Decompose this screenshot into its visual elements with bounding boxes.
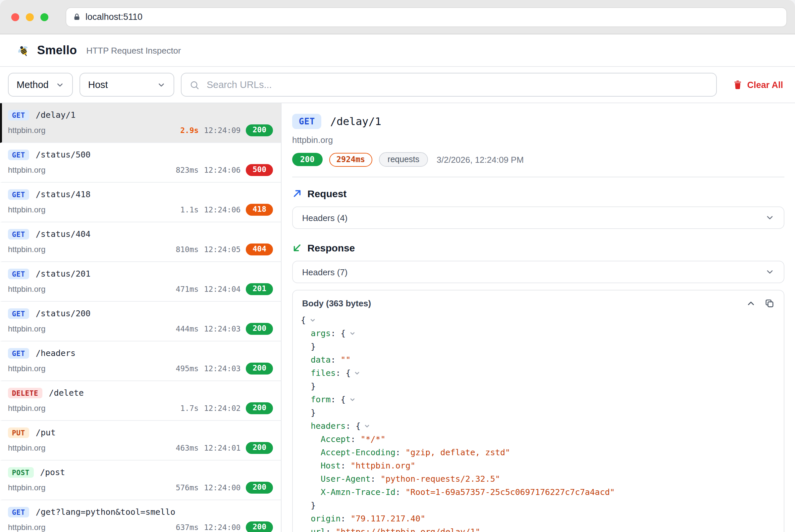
request-list-item[interactable]: GET /get?lang=python&tool=smello httpbin… xyxy=(0,500,281,532)
request-time: 12:24:06 xyxy=(204,166,241,175)
request-time: 12:24:05 xyxy=(204,245,241,254)
status-badge: 404 xyxy=(246,244,273,255)
status-badge: 200 xyxy=(246,442,273,454)
minimize-window-button[interactable] xyxy=(26,13,34,21)
request-duration: 810ms xyxy=(176,245,198,254)
request-path: /status/404 xyxy=(36,229,91,239)
json-string-value: "*/*" xyxy=(360,434,385,444)
json-line: } xyxy=(301,380,775,393)
method-badge: GET xyxy=(8,348,29,358)
request-list-item[interactable]: PUT /put httpbin.org 463ms 12:24:01 200 xyxy=(0,421,281,460)
json-punctuation: : { xyxy=(330,394,345,404)
status-badge: 418 xyxy=(246,204,273,216)
browser-chrome: localhost:5110 xyxy=(0,0,795,34)
json-punctuation: : xyxy=(341,513,350,524)
method-badge: DELETE xyxy=(8,387,42,398)
request-list-item[interactable]: POST /post httpbin.org 576ms 12:24:00 20… xyxy=(0,460,281,500)
request-path: /status/200 xyxy=(36,308,91,318)
request-duration: 823ms xyxy=(176,166,198,175)
request-list-item[interactable]: GET /status/500 httpbin.org 823ms 12:24:… xyxy=(0,143,281,183)
request-path: /delay/1 xyxy=(36,110,75,120)
collapse-node-icon[interactable] xyxy=(349,396,356,403)
detail-duration-badge: 2924ms xyxy=(329,153,372,166)
search-input[interactable] xyxy=(205,79,708,91)
host-filter-label: Host xyxy=(88,79,108,90)
request-path: /put xyxy=(36,428,56,437)
json-key: files xyxy=(311,368,336,378)
request-section-title: Request xyxy=(307,188,346,199)
window-controls xyxy=(11,13,48,21)
json-punctuation: : xyxy=(326,527,336,532)
detail-tag-badge: requests xyxy=(379,152,428,167)
json-line: } xyxy=(301,406,775,419)
request-path: /headers xyxy=(36,348,75,358)
detail-title-row: GET /delay/1 xyxy=(292,114,784,129)
request-host: httpbin.org xyxy=(8,364,176,373)
request-time: 12:24:01 xyxy=(204,443,241,453)
collapse-node-icon[interactable] xyxy=(364,423,371,430)
json-key: X-Amzn-Trace-Id xyxy=(321,487,396,497)
search-box xyxy=(181,73,717,97)
json-line: User-Agent: "python-requests/2.32.5" xyxy=(301,472,775,486)
detail-badges-row: 200 2924ms requests 3/2/2026, 12:24:09 P… xyxy=(292,152,784,167)
collapse-node-icon[interactable] xyxy=(349,330,356,337)
request-list-item[interactable]: GET /status/418 httpbin.org 1.1s 12:24:0… xyxy=(0,183,281,222)
json-string-value: "79.117.217.40" xyxy=(350,513,425,524)
request-list-item[interactable]: GET /status/404 httpbin.org 810ms 12:24:… xyxy=(0,222,281,262)
request-list: GET /delay/1 httpbin.org 2.9s 12:24:09 2… xyxy=(0,103,282,532)
arrow-up-right-icon xyxy=(292,189,302,198)
fullscreen-window-button[interactable] xyxy=(40,13,48,21)
main-content: GET /delay/1 httpbin.org 2.9s 12:24:09 2… xyxy=(0,103,795,532)
request-list-item[interactable]: GET /delay/1 httpbin.org 2.9s 12:24:09 2… xyxy=(0,103,281,143)
method-filter-dropdown[interactable]: Method xyxy=(8,73,73,97)
filter-toolbar: Method Host Clear All xyxy=(0,67,795,103)
collapse-node-icon[interactable] xyxy=(354,370,360,377)
request-headers-label: Headers (4) xyxy=(302,213,347,223)
json-punctuation: : xyxy=(350,434,360,444)
request-time: 12:24:04 xyxy=(204,285,241,294)
method-badge: GET xyxy=(8,268,29,279)
arrow-down-left-icon xyxy=(292,243,302,253)
json-punctuation: } xyxy=(311,341,316,352)
json-line: origin: "79.117.217.40" xyxy=(301,512,775,525)
json-line: args: { xyxy=(301,327,775,340)
json-key: args xyxy=(311,328,330,338)
request-list-item[interactable]: GET /headers httpbin.org 495ms 12:24:03 … xyxy=(0,341,281,381)
request-section-header: Request xyxy=(292,188,784,199)
request-path: /get?lang=python&tool=smello xyxy=(36,507,175,517)
request-list-item[interactable]: GET /status/201 httpbin.org 471ms 12:24:… xyxy=(0,262,281,302)
response-headers-accordion[interactable]: Headers (7) xyxy=(292,261,784,283)
method-badge: PUT xyxy=(8,427,29,438)
request-host: httpbin.org xyxy=(8,166,176,175)
host-filter-dropdown[interactable]: Host xyxy=(79,73,174,97)
collapse-node-icon[interactable] xyxy=(309,317,316,324)
json-key: headers xyxy=(311,421,345,431)
json-punctuation: : xyxy=(341,460,350,471)
request-host: httpbin.org xyxy=(8,245,176,254)
json-line: X-Amzn-Trace-Id: "Root=1-69a57357-25c5c0… xyxy=(301,486,775,499)
clear-all-label: Clear All xyxy=(747,80,783,90)
response-section-header: Response xyxy=(292,242,784,253)
request-list-item[interactable]: GET /status/200 httpbin.org 444ms 12:24:… xyxy=(0,302,281,341)
status-badge: 200 xyxy=(246,323,273,335)
json-string-value: "gzip, deflate, zstd" xyxy=(405,447,510,457)
json-line: form: { xyxy=(301,393,775,406)
address-bar[interactable]: localhost:5110 xyxy=(66,7,787,27)
method-badge: GET xyxy=(8,507,29,517)
request-duration: 471ms xyxy=(176,285,198,294)
close-window-button[interactable] xyxy=(11,13,19,21)
collapse-body-button[interactable] xyxy=(746,299,756,308)
request-list-item[interactable]: DELETE /delete httpbin.org 1.7s 12:24:02… xyxy=(0,381,281,421)
chevron-down-icon xyxy=(765,213,775,222)
response-section-title: Response xyxy=(307,242,355,253)
request-headers-accordion[interactable]: Headers (4) xyxy=(292,206,784,229)
clear-all-button[interactable]: Clear All xyxy=(728,79,787,90)
method-badge: GET xyxy=(8,308,29,319)
copy-body-button[interactable] xyxy=(764,299,775,308)
request-duration: 637ms xyxy=(176,523,198,532)
json-line: Host: "httpbin.org" xyxy=(301,459,775,472)
detail-path: /delay/1 xyxy=(330,115,381,128)
chevron-down-icon xyxy=(765,267,775,277)
request-host: httpbin.org xyxy=(8,205,180,214)
request-duration: 495ms xyxy=(176,364,198,373)
